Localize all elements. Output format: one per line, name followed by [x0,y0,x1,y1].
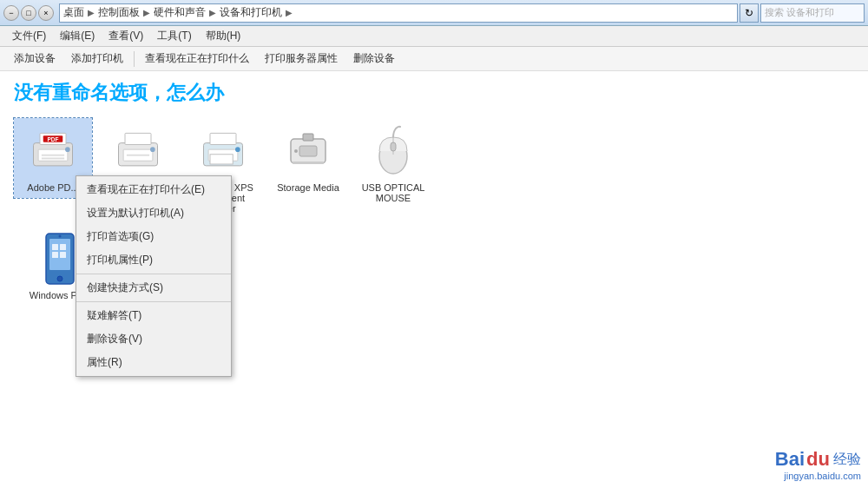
maximize-button[interactable]: □ [21,5,36,21]
watermark-logo-red: du [806,448,830,471]
add-printer-button[interactable]: 添加打印机 [64,49,130,69]
watermark: Bai du 经验 jingyan.baidu.com [775,448,861,481]
main-content: 没有重命名选项，怎么办 PDF [0,71,868,488]
svg-rect-30 [52,244,58,250]
remove-device-button[interactable]: 删除设备 [346,49,402,69]
window-controls[interactable]: − □ × [3,5,54,21]
watermark-url: jingyan.baidu.com [775,471,861,481]
svg-rect-15 [210,155,233,164]
breadcrumb: 桌面 ▶ 控制面板 ▶ 硬件和声音 ▶ 设备和打印机 ▶ [63,5,733,20]
device-icon-xps [195,123,251,179]
address-bar[interactable]: 桌面 ▶ 控制面板 ▶ 硬件和声音 ▶ 设备和打印机 ▶ [59,3,738,23]
ctx-troubleshoot[interactable]: 疑难解答(T) [76,304,231,327]
close-button[interactable]: × [38,5,54,21]
ctx-remove-device[interactable]: 删除设备(V) [76,327,231,351]
svg-rect-10 [127,155,149,156]
device-icon-mouse [365,123,421,179]
ctx-set-default[interactable]: 设置为默认打印机(A) [76,201,231,225]
menu-tools[interactable]: 工具(T) [152,27,196,45]
svg-rect-31 [60,244,66,250]
ctx-separator-1 [76,274,231,274]
ctx-properties[interactable]: 属性(R) [76,351,231,374]
watermark-logo-text: Bai [775,448,805,471]
svg-rect-20 [303,134,313,141]
breadcrumb-sep: ▶ [143,8,150,17]
minimize-button[interactable]: − [3,5,19,21]
breadcrumb-sep: ▶ [286,8,293,17]
ctx-printer-props[interactable]: 打印机属性(P) [76,248,231,272]
svg-point-17 [235,147,240,152]
refresh-button[interactable]: ↻ [740,3,759,23]
print-server-button[interactable]: 打印服务器属性 [258,49,345,69]
svg-point-28 [57,276,62,281]
context-menu: 查看现在正在打印什么(E) 设置为默认打印机(A) 打印首选项(G) 打印机属性… [76,175,232,377]
search-bar[interactable]: 搜索 设备和打印 [760,3,865,23]
breadcrumb-sep: ▶ [209,8,216,17]
title-bar: − □ × 桌面 ▶ 控制面板 ▶ 硬件和声音 ▶ 设备和打印机 ▶ ↻ 搜索 … [0,0,868,26]
ctx-view-print[interactable]: 查看现在正在打印什么(E) [76,178,231,201]
breadcrumb-part: 设备和打印机 [220,5,282,20]
svg-rect-16 [210,133,236,144]
breadcrumb-sep: ▶ [88,8,95,17]
storage-media-icon [284,125,332,177]
ctx-separator-2 [76,301,231,302]
svg-rect-33 [60,252,66,258]
device-item-storage[interactable]: Storage Media [269,118,347,198]
menu-bar: 文件(F) 编辑(E) 查看(V) 工具(T) 帮助(H) [0,26,868,47]
svg-point-29 [59,235,62,238]
device-icon-unknown-printer [110,123,166,179]
svg-rect-25 [391,142,396,151]
toolbar: 添加设备 添加打印机 查看现在正在打印什么 打印服务器属性 删除设备 [0,47,868,71]
device-label-adobe-pdf: Adobe PD... [27,182,78,193]
svg-rect-3 [42,158,64,160]
svg-point-21 [294,149,298,153]
printer-icon: PDF [27,125,79,177]
breadcrumb-part: 控制面板 [98,5,140,20]
device-item-mouse[interactable]: USB OPTICAL MOUSE [354,118,432,208]
menu-help[interactable]: 帮助(H) [201,27,247,45]
svg-rect-32 [52,252,58,258]
search-placeholder: 搜索 设备和打印 [765,6,834,19]
view-printing-button[interactable]: 查看现在正在打印什么 [138,49,256,69]
svg-rect-19 [299,146,317,156]
menu-view[interactable]: 查看(V) [103,27,148,45]
device-icon-adobe-pdf: PDF [25,123,81,179]
device-icon-storage [280,123,336,179]
mouse-icon [370,125,417,177]
svg-point-7 [65,147,70,152]
svg-rect-2 [42,155,64,156]
device-label-mouse: USB OPTICAL MOUSE [359,182,427,203]
page-heading: 没有重命名选项，怎么办 [0,71,868,111]
printer-icon-2 [112,125,164,177]
svg-rect-11 [125,133,151,144]
device-label-storage: Storage Media [277,182,339,193]
xps-printer-icon [197,125,249,177]
phone-icon [43,232,77,286]
breadcrumb-part: 硬件和声音 [154,5,206,20]
menu-edit[interactable]: 编辑(E) [55,27,100,45]
menu-file[interactable]: 文件(F) [7,27,51,45]
ctx-print-prefs[interactable]: 打印首选项(G) [76,225,231,248]
svg-text:PDF: PDF [47,136,58,142]
toolbar-separator [134,51,135,67]
add-device-button[interactable]: 添加设备 [7,49,62,69]
ctx-create-shortcut[interactable]: 创建快捷方式(S) [76,276,231,300]
svg-point-12 [150,147,155,152]
svg-rect-22 [293,162,324,164]
breadcrumb-part: 桌面 [63,5,84,20]
watermark-suffix: 经验 [833,451,861,469]
